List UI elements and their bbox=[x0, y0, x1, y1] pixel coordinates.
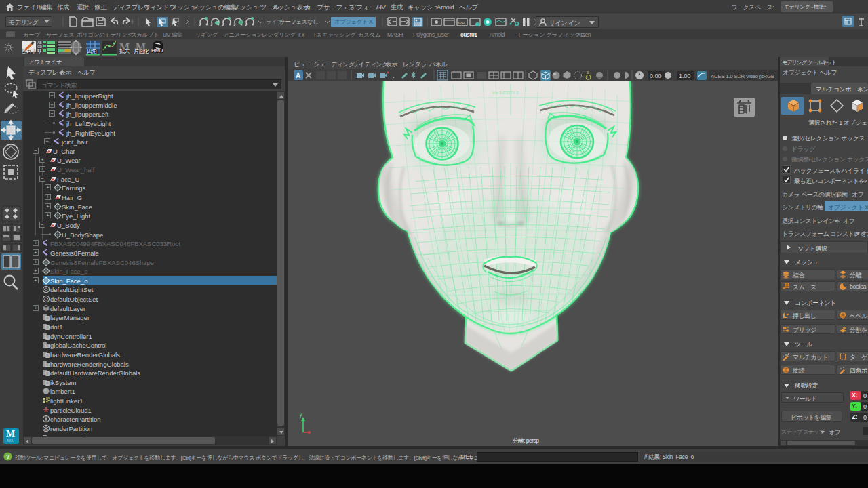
svg-text:分離: persp: 分離: persp bbox=[513, 437, 539, 444]
svg-text:1.00: 1.00 bbox=[679, 73, 691, 79]
svg-text:0.00: 0.00 bbox=[650, 73, 662, 79]
svg-text:y: y bbox=[300, 412, 302, 418]
svg-text:Vtx 9 R227Y 0: Vtx 9 R227Y 0 bbox=[492, 91, 519, 95]
svg-text:ACES 1.0 SDR-video (sRGB: ACES 1.0 SDR-video (sRGB bbox=[711, 73, 774, 79]
svg-text:IPR: IPR bbox=[458, 21, 466, 25]
svg-text:A: A bbox=[296, 72, 300, 79]
svg-text:?: ? bbox=[6, 453, 10, 460]
